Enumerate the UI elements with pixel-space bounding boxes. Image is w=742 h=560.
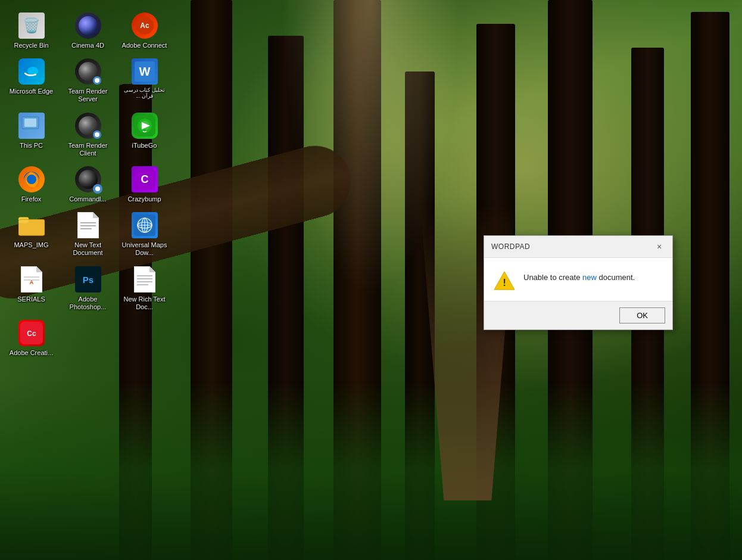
desktop-icon-firefox[interactable]: Firefox	[6, 163, 57, 206]
desktop-icon-adobe-connect[interactable]: Ac Adobe Connect	[119, 9, 170, 52]
svg-marker-34	[36, 266, 42, 272]
svg-text:Ps: Ps	[82, 275, 93, 285]
new-link[interactable]: new	[582, 273, 597, 282]
team-render-server-icon	[75, 58, 101, 85]
desktop-icon-this-pc[interactable]: This PC	[6, 109, 57, 160]
desktop-icon-adobe-photoshop[interactable]: Ps Adobe Photoshop...	[63, 263, 113, 313]
wordpad-dialog: WORDPAD × ! Unable to create new documen…	[484, 235, 673, 330]
desktop-icon-team-render-client[interactable]: Team Render Client	[63, 109, 113, 160]
adobe-connect-label: Adobe Connect	[122, 42, 167, 49]
dialog-body: ! Unable to create new document.	[484, 258, 672, 301]
cinema4d-label: Cinema 4D	[71, 42, 104, 49]
commandl-label: Commandl...	[69, 195, 106, 203]
dialog-close-button[interactable]: ×	[653, 241, 665, 253]
desktop-icon-recycle-bin[interactable]: 🗑️ Recycle Bin	[6, 9, 57, 52]
new-rich-text-icon	[134, 266, 155, 293]
team-render-client-label: Team Render Client	[65, 142, 111, 157]
svg-text:W: W	[139, 65, 150, 78]
team-render-server-label: Team Render Server	[65, 88, 111, 103]
this-pc-icon	[18, 113, 45, 139]
new-text-doc-icon	[77, 212, 99, 238]
desktop-icon-team-render-server[interactable]: Team Render Server	[63, 55, 113, 105]
maps-img-icon	[18, 212, 45, 238]
adobe-creative-icon: Cc	[18, 320, 45, 346]
svg-marker-41	[149, 266, 155, 272]
itubego-label: iTubeGo	[132, 142, 157, 150]
desktop-icon-maps-img[interactable]: MAPS_IMG	[6, 209, 57, 259]
ms-edge-label: Microsoft Edge	[10, 88, 53, 95]
svg-rect-9	[26, 131, 38, 132]
svg-text:C: C	[141, 173, 148, 185]
desktop-icon-cinema4d[interactable]: Cinema 4D	[63, 9, 113, 52]
maps-img-label: MAPS_IMG	[14, 241, 48, 249]
svg-text:!: !	[503, 277, 506, 288]
serials-icon: A	[21, 266, 42, 293]
svg-text:Ac: Ac	[140, 21, 149, 30]
universal-maps-icon	[132, 212, 158, 238]
crazybump-label: Crazybump	[127, 195, 161, 203]
svg-text:Cc: Cc	[27, 329, 36, 338]
dialog-message: Unable to create new document.	[523, 270, 635, 283]
desktop-icons-area: 🗑️ Recycle Bin Cinema 4D Ac Ad	[0, 0, 179, 560]
ms-edge-icon	[18, 58, 45, 85]
desktop-icon-adobe-creative[interactable]: Cc Adobe Creati...	[6, 316, 57, 359]
commandl-icon	[75, 166, 101, 192]
dialog-titlebar: WORDPAD ×	[484, 236, 672, 258]
tree-5	[405, 71, 435, 560]
this-pc-label: This PC	[20, 142, 43, 150]
desktop-icon-ms-edge[interactable]: Microsoft Edge	[6, 55, 57, 105]
itubego-icon	[132, 113, 158, 139]
svg-rect-8	[28, 129, 35, 131]
word-doc-icon: W	[132, 58, 158, 85]
svg-point-3	[27, 67, 38, 75]
desktop-icon-new-text-doc[interactable]: New Text Document	[63, 209, 113, 259]
new-text-doc-label: New Text Document	[65, 241, 111, 257]
crazybump-icon: C	[132, 166, 158, 192]
warning-icon: !	[494, 270, 515, 291]
firefox-icon	[18, 166, 45, 192]
desktop-icon-crazybump[interactable]: C Crazybump	[119, 163, 170, 206]
dialog-footer: OK	[484, 301, 672, 329]
desktop-icon-new-rich-text[interactable]: New Rich Text Doc...	[119, 263, 170, 313]
universal-maps-label: Universal Maps Dow...	[121, 241, 167, 257]
cinema4d-icon	[75, 13, 101, 39]
desktop-icon-commandl[interactable]: Commandl...	[63, 163, 113, 206]
new-rich-text-label: New Rich Text Doc...	[121, 295, 167, 311]
dialog-title: WORDPAD	[491, 242, 530, 251]
team-render-client-icon	[75, 113, 101, 139]
tree-4	[333, 0, 381, 560]
adobe-connect-icon: Ac	[132, 13, 158, 39]
word-doc-label: تحلیل کتاب درسی قرآن ...	[121, 88, 167, 99]
firefox-label: Firefox	[21, 195, 42, 203]
desktop-icon-word-doc[interactable]: W تحلیل کتاب درسی قرآن ...	[119, 55, 170, 105]
desktop-icon-itubego[interactable]: iTubeGo	[119, 109, 170, 160]
svg-rect-7	[24, 119, 36, 127]
desktop-icon-universal-maps[interactable]: Universal Maps Dow...	[119, 209, 170, 259]
desktop-icon-serials[interactable]: A SERIALS	[6, 263, 57, 313]
recycle-bin-icon: 🗑️	[18, 13, 45, 39]
adobe-photoshop-label: Adobe Photoshop...	[65, 295, 111, 311]
serials-label: SERIALS	[17, 295, 45, 303]
adobe-photoshop-icon: Ps	[75, 266, 101, 293]
svg-marker-22	[93, 212, 99, 218]
tree-3	[268, 36, 304, 560]
tree-2	[191, 0, 232, 560]
tree-9	[691, 12, 729, 560]
adobe-creative-label: Adobe Creati...	[10, 349, 53, 357]
svg-rect-19	[18, 217, 29, 223]
recycle-bin-label: Recycle Bin	[14, 42, 48, 49]
ok-button[interactable]: OK	[619, 307, 665, 323]
svg-point-15	[27, 175, 36, 184]
